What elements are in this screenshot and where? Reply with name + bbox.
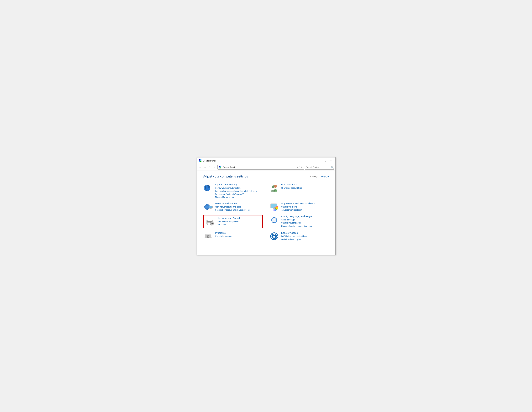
system-security-icon bbox=[203, 183, 213, 193]
hardware-sound-icon bbox=[205, 217, 215, 226]
category-hardware-sound: Hardware and Sound View devices and prin… bbox=[205, 217, 261, 226]
svg-rect-30 bbox=[208, 219, 212, 221]
programs-icon bbox=[203, 231, 213, 241]
svg-rect-0 bbox=[199, 159, 200, 160]
minimize-button[interactable]: — bbox=[318, 159, 323, 163]
network-internet-text: Network and Internet View network status… bbox=[215, 202, 263, 212]
user-accounts-link-1[interactable]: Change account type bbox=[281, 187, 329, 190]
category-programs: Programs Uninstall a program bbox=[203, 231, 263, 241]
address-dropdown-button[interactable]: ˅ bbox=[299, 166, 300, 169]
programs-title[interactable]: Programs bbox=[215, 231, 263, 234]
close-button[interactable]: ✕ bbox=[329, 159, 333, 163]
system-security-link-4[interactable]: Find and fix problems bbox=[215, 196, 263, 199]
clock-language-link-3[interactable]: Change date, time, or number formats bbox=[281, 225, 329, 228]
search-box[interactable]: 🔍 bbox=[305, 165, 334, 169]
svg-rect-21 bbox=[210, 208, 211, 209]
maximize-button[interactable]: □ bbox=[323, 159, 328, 163]
appearance-link-2[interactable]: Adjust screen resolution bbox=[281, 208, 329, 212]
window-title: Control Panel bbox=[203, 159, 216, 162]
category-hardware-sound-highlighted: Hardware and Sound View devices and prin… bbox=[203, 215, 263, 228]
window-controls: — □ ✕ bbox=[318, 159, 333, 163]
clock-language-link-1[interactable]: Add a language bbox=[281, 218, 329, 221]
categories-grid: System and Security Review your computer… bbox=[203, 183, 329, 241]
clock-language-text: Clock, Language, and Region Add a langua… bbox=[281, 215, 329, 228]
ease-of-access-icon bbox=[269, 231, 279, 241]
address-icon bbox=[218, 166, 221, 169]
title-bar: Control Panel — □ ✕ bbox=[197, 158, 335, 164]
svg-rect-5 bbox=[220, 166, 221, 167]
svg-rect-25 bbox=[273, 208, 275, 209]
appearance-title[interactable]: Appearance and Personalization bbox=[281, 202, 329, 205]
ease-of-access-title[interactable]: Ease of Access bbox=[281, 231, 329, 234]
view-by-arrow: ▾ bbox=[328, 176, 329, 177]
view-by-label: View by: bbox=[310, 175, 318, 178]
programs-text: Programs Uninstall a program bbox=[215, 231, 263, 238]
network-internet-link-2[interactable]: Choose homegroup and sharing options bbox=[215, 208, 263, 212]
system-security-link-3[interactable]: Backup and Restore (Windows 7) bbox=[215, 193, 263, 196]
clock-language-icon bbox=[269, 215, 279, 225]
address-path: Control Panel bbox=[223, 166, 296, 169]
view-by-value-text: Category bbox=[319, 175, 328, 178]
ease-of-access-link-2[interactable]: Optimize visual display bbox=[281, 238, 329, 241]
control-panel-window: Control Panel — □ ✕ ← → ˅ ↑ › Control Pa… bbox=[197, 157, 336, 255]
hardware-sound-title[interactable]: Hardware and Sound bbox=[217, 217, 261, 219]
network-internet-link-1[interactable]: View network status and tasks bbox=[215, 206, 263, 208]
window-title-icon bbox=[199, 159, 202, 162]
appearance-icon bbox=[269, 202, 279, 212]
dropdown-recent-button[interactable]: ˅ bbox=[208, 165, 212, 169]
hardware-sound-text: Hardware and Sound View devices and prin… bbox=[217, 217, 261, 226]
svg-rect-13 bbox=[282, 187, 282, 188]
user-accounts-title[interactable]: User Accounts bbox=[281, 183, 329, 186]
svg-point-47 bbox=[205, 234, 211, 235]
forward-button[interactable]: → bbox=[203, 165, 207, 169]
svg-point-9 bbox=[208, 185, 210, 188]
address-bar[interactable]: › Control Panel > ˅ ↻ bbox=[218, 165, 304, 169]
system-security-title[interactable]: System and Security bbox=[215, 183, 263, 186]
view-by-dropdown[interactable]: Category ▾ bbox=[319, 175, 329, 178]
main-content: Adjust your computer's settings View by:… bbox=[197, 171, 335, 255]
svg-rect-20 bbox=[209, 206, 212, 208]
category-ease-of-access: Ease of Access Let Windows suggest setti… bbox=[269, 231, 329, 241]
svg-point-11 bbox=[272, 185, 275, 188]
search-icon[interactable]: 🔍 bbox=[331, 166, 334, 169]
shield-small-icon bbox=[281, 187, 283, 189]
back-button[interactable]: ← bbox=[198, 165, 202, 169]
svg-rect-2 bbox=[199, 161, 200, 162]
appearance-text: Appearance and Personalization Change th… bbox=[281, 202, 329, 212]
svg-rect-1 bbox=[200, 159, 201, 160]
clock-language-link-2[interactable]: Change input methods bbox=[281, 221, 329, 225]
hardware-sound-link-1[interactable]: View devices and printers bbox=[217, 220, 261, 223]
up-button[interactable]: ↑ bbox=[213, 165, 217, 169]
programs-link-1[interactable]: Uninstall a program bbox=[215, 235, 263, 238]
refresh-button[interactable]: ↻ bbox=[300, 166, 303, 169]
svg-point-52 bbox=[274, 234, 275, 235]
svg-point-49 bbox=[208, 236, 209, 237]
system-security-text: System and Security Review your computer… bbox=[215, 183, 263, 199]
hardware-sound-link-2[interactable]: Add a device bbox=[217, 223, 261, 226]
user-accounts-text: User Accounts Change account type bbox=[281, 183, 329, 190]
category-network-internet: Network and Internet View network status… bbox=[203, 202, 263, 212]
category-system-security: System and Security Review your computer… bbox=[203, 183, 263, 199]
svg-rect-22 bbox=[210, 209, 212, 209]
user-accounts-icon bbox=[269, 183, 279, 193]
system-security-link-1[interactable]: Review your computer's status bbox=[215, 187, 263, 190]
ease-of-access-link-1[interactable]: Let Windows suggest settings bbox=[281, 235, 329, 238]
svg-rect-4 bbox=[219, 166, 220, 167]
navigation-bar: ← → ˅ ↑ › Control Panel > ˅ ↻ 🔍 bbox=[197, 164, 335, 171]
clock-language-title[interactable]: Clock, Language, and Region bbox=[281, 215, 329, 218]
network-internet-title[interactable]: Network and Internet bbox=[215, 202, 263, 205]
svg-point-44 bbox=[274, 220, 275, 220]
address-chevron: > bbox=[297, 166, 298, 168]
search-input[interactable] bbox=[306, 166, 330, 169]
svg-rect-26 bbox=[273, 209, 276, 209]
appearance-link-1[interactable]: Change the theme bbox=[281, 206, 329, 208]
address-breadcrumb-arrow[interactable]: › bbox=[222, 166, 222, 168]
category-user-accounts: User Accounts Change account type bbox=[269, 183, 329, 199]
view-by-control: View by: Category ▾ bbox=[310, 175, 329, 178]
system-security-link-2[interactable]: Save backup copies of your files with Fi… bbox=[215, 190, 263, 193]
page-title: Adjust your computer's settings bbox=[203, 175, 248, 178]
category-clock-language: Clock, Language, and Region Add a langua… bbox=[269, 215, 329, 228]
title-bar-left: Control Panel bbox=[199, 159, 318, 162]
svg-rect-3 bbox=[200, 161, 201, 162]
category-appearance: Appearance and Personalization Change th… bbox=[269, 202, 329, 212]
